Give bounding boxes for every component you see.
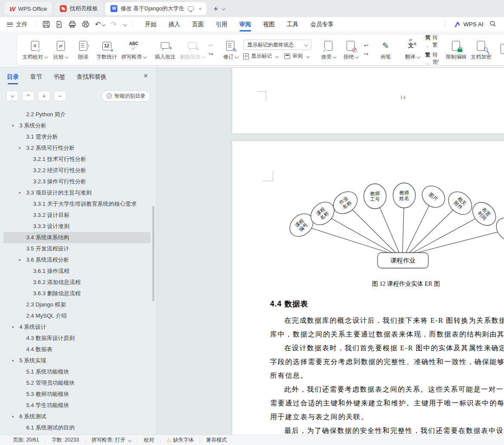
quickbar-chevron-icon[interactable]	[123, 22, 127, 26]
save-button[interactable]	[43, 21, 50, 28]
toc-item[interactable]: ▼3.6 系统流程分析	[3, 254, 151, 266]
menu-page[interactable]: 页面	[186, 18, 210, 31]
print-preview-button[interactable]	[82, 21, 89, 28]
missing-font-warning[interactable]: ⚠缺失字体	[160, 436, 200, 444]
redo-button[interactable]: ↷	[111, 21, 116, 28]
toc-collapse-icon[interactable]: ▼	[11, 359, 17, 363]
read-aloud-button[interactable]: 朗读	[72, 37, 94, 63]
toc-item[interactable]: 4.4 数据表	[3, 344, 151, 355]
toc-item[interactable]: 2.2 Python 简介	[3, 109, 151, 120]
previous-comment-button[interactable]: ↩	[209, 43, 213, 49]
toc-item[interactable]: 3.3.2 设计目标	[3, 210, 151, 221]
tab-wps-office[interactable]: W WPS Office	[4, 2, 52, 15]
toc-collapse-icon[interactable]: ▼	[18, 258, 24, 262]
menu-insert[interactable]: 插入	[163, 18, 186, 31]
to-simplified-button[interactable]: 繁→ 转简	[425, 51, 438, 66]
sidebar-tab-chapters[interactable]: 章节	[30, 73, 42, 84]
toc-item[interactable]: 3.2.1 技术可行性分析	[3, 154, 151, 165]
sidebar-tab-contents[interactable]: 目录	[7, 73, 19, 84]
toc-item[interactable]: 5.2 管理员功能模块	[3, 377, 151, 389]
markup-state-dropdown[interactable]: 显示标记的最终状态	[243, 40, 311, 50]
sidebar-scrollbar[interactable]	[152, 206, 154, 301]
compare-button[interactable]: ⇄ 比较	[49, 37, 72, 63]
toc-collapse-icon[interactable]: ▼	[18, 146, 24, 150]
toc-collapse-icon[interactable]: ▼	[11, 325, 17, 329]
tab-docer-templates[interactable]: 找稻壳模板	[55, 2, 103, 15]
toc-collapse-icon[interactable]: ▼	[11, 415, 17, 419]
next-revision-button[interactable]: ↪	[364, 51, 369, 57]
toc-item[interactable]: 5.1 系统功能模块	[3, 366, 151, 377]
toc-collapse-icon[interactable]: ▼	[11, 124, 17, 128]
sidebar-tab-bookmarks[interactable]: 书签	[53, 73, 65, 84]
menu-review[interactable]: 审阅	[234, 18, 257, 31]
undo-button[interactable]: ↶	[95, 21, 105, 28]
toc-item[interactable]: 5.4 学生功能模块	[3, 400, 151, 411]
collapse-all-button[interactable]	[22, 91, 34, 101]
track-changes-button[interactable]: ✎ 修订	[219, 37, 242, 63]
close-icon[interactable]: ×	[143, 71, 148, 80]
toc-item[interactable]: 3.3.1 关于大学生培训教育系统的核心需求	[3, 198, 151, 210]
spell-check-button[interactable]: ABC✓ 拼写检查	[119, 37, 148, 63]
insert-comment-button[interactable]: + 插入批注	[153, 37, 178, 63]
undo-chevron-icon[interactable]	[102, 22, 105, 26]
toc-item[interactable]: 2.3 Django 框架	[3, 299, 151, 310]
document-page-current[interactable]: 课程编号课程名称作业名称教师工号教师姓名图片相关附件布置时间课程作业 图 12 …	[232, 141, 504, 435]
next-comment-button[interactable]: ↪	[209, 51, 213, 57]
show-markup-button[interactable]: 显示标记	[243, 53, 278, 60]
toc-item[interactable]: ▼3.3 项目设计的主旨与准则	[3, 187, 151, 198]
document-canvas[interactable]: 14 课程编号课程名称作业名称教师工号教师姓名图片相关附件布置时间课程作业 图 …	[156, 68, 504, 435]
dialog-launcher-icon[interactable]	[436, 59, 439, 62]
toc-item[interactable]: 2.4 MySQL 介绍	[3, 310, 151, 321]
document-page-previous[interactable]: 14	[232, 68, 504, 133]
clipped-ribbon-button[interactable]	[494, 37, 504, 63]
zoom-out-button[interactable]: −	[54, 91, 66, 101]
encrypt-document-button[interactable]: 文档加密	[469, 37, 494, 63]
word-count-indicator[interactable]: 字数: 20233	[46, 436, 85, 444]
export-pdf-button[interactable]: P	[55, 21, 63, 28]
sidebar-tab-find-replace[interactable]: 查找和替换	[77, 73, 107, 84]
toc-item[interactable]: ▼3.2 系统可行性分析	[3, 142, 151, 154]
ink-brush-button[interactable]: ✎ 画笔	[375, 37, 397, 63]
previous-revision-button[interactable]: ↩	[364, 43, 369, 49]
tab-list-chevron-icon[interactable]	[222, 7, 225, 10]
accept-revision-button[interactable]: ✓ 接受	[317, 37, 340, 63]
to-traditional-button[interactable]: 简→ 转繁	[425, 34, 438, 49]
toc-item[interactable]: 3.6.2 添加信息流程	[3, 277, 151, 288]
toc-item[interactable]: ▼6 系统测试	[3, 411, 151, 422]
new-tab-button[interactable]: +	[213, 5, 218, 13]
toc-item[interactable]: 3.6.3 删除信息流程	[3, 288, 151, 299]
proofing-button[interactable]: 校对	[138, 436, 160, 444]
spellcheck-indicator[interactable]: 拼写检查: 打开	[86, 436, 138, 444]
menu-membership[interactable]: 会员专享	[304, 18, 340, 31]
toc-item[interactable]: 3.2.3 操作可行性分析	[3, 176, 151, 187]
toc-collapse-icon[interactable]: ▼	[18, 191, 24, 195]
toc-item[interactable]: ▼5 系统实现	[3, 355, 151, 366]
menu-reference[interactable]: 引用	[210, 18, 234, 31]
reject-revision-button[interactable]: 拒绝	[340, 37, 362, 63]
toc-item[interactable]: 3.5 开发流程设计	[3, 243, 151, 254]
zoom-in-button[interactable]: +	[38, 91, 50, 101]
menu-home[interactable]: 开始	[139, 18, 163, 31]
menu-tools[interactable]: 工具	[281, 18, 304, 31]
print-button[interactable]	[68, 21, 76, 28]
delete-comment-button[interactable]: × 删除批注	[178, 37, 207, 63]
tab-current-document[interactable]: W 修改 基于Django的大学生培训	[105, 2, 206, 15]
toc-item[interactable]: ▼4 系统设计	[3, 321, 151, 333]
search-button[interactable]	[489, 20, 496, 28]
wps-ai-button[interactable]: WPS AI	[454, 21, 483, 28]
toc-item[interactable]: 3.4 系统体系结构	[3, 232, 151, 243]
toc-item[interactable]: 3.1 需求分析	[3, 131, 151, 142]
file-menu-button[interactable]: 文件	[0, 21, 34, 28]
toc-item[interactable]: 3.3.3 设计准则	[3, 221, 151, 232]
toc-item[interactable]: 5.3 教师功能模块	[3, 389, 151, 400]
menu-view[interactable]: 视图	[257, 18, 281, 31]
review-pane-button[interactable]: 审阅	[284, 53, 309, 60]
toc-item[interactable]: ▼3 系统分析	[3, 120, 151, 131]
toc-item[interactable]: 3.2.2 经济可行性分析	[3, 165, 151, 176]
toc-item[interactable]: 4.3 数据库设计原则	[3, 333, 151, 344]
translate-button[interactable]: 文A 翻译	[401, 37, 424, 63]
toc-item[interactable]: 6.1 系统测试的目的	[3, 422, 151, 433]
doc-proofing-button[interactable]: a✓ 文档校对	[20, 37, 49, 63]
restrict-editing-button[interactable]: 限制编辑	[444, 37, 469, 63]
expand-all-button[interactable]	[6, 91, 18, 101]
